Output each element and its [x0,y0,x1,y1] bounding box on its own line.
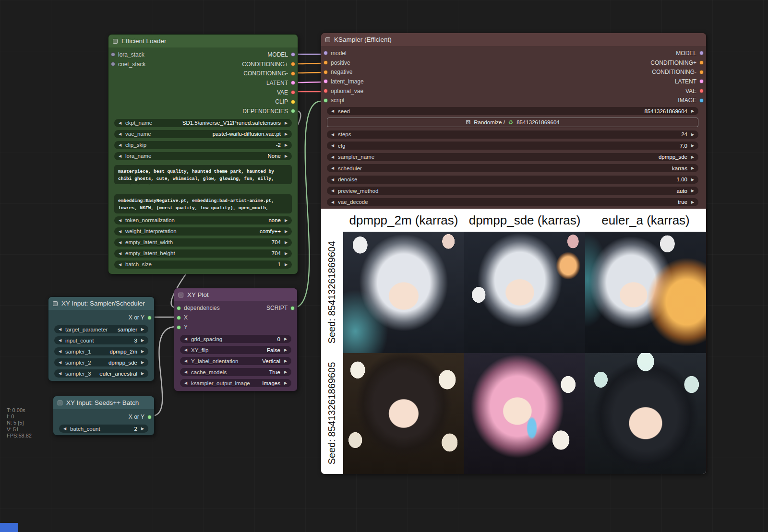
widget-clip-skip[interactable]: ◀clip_skip-2▶ [114,141,292,149]
positive-prompt-textarea[interactable]: masterpiece, best quality, haunted theme… [114,165,292,184]
widget-grid-spacing[interactable]: ◀grid_spacing0▶ [180,335,291,343]
decrement-icon[interactable]: ◀ [183,359,188,363]
node-xy-input-sampler-scheduler[interactable]: XY Input: Sampler/Scheduler X or Y ◀targ… [48,296,155,381]
increment-icon[interactable]: ▶ [140,327,145,331]
widget-empty-latent-height[interactable]: ◀empty_latent_height704▶ [114,249,292,258]
input-port-icon[interactable] [324,60,328,65]
decrement-icon[interactable]: ◀ [118,121,122,125]
increment-icon[interactable]: ▶ [690,132,695,137]
increment-icon[interactable]: ▶ [690,189,695,193]
decrement-icon[interactable]: ◀ [58,327,62,331]
increment-icon[interactable]: ▶ [690,143,695,148]
increment-icon[interactable]: ▶ [690,177,695,182]
input-port-icon[interactable] [177,325,181,330]
output-port-icon[interactable] [699,79,704,83]
decrement-icon[interactable]: ◀ [118,240,122,245]
node-ksampler-efficient[interactable]: KSampler (Efficient) model MODEL positiv… [321,33,707,474]
widget-preview-method[interactable]: ◀preview_methodauto▶ [327,187,698,195]
increment-icon[interactable]: ▶ [284,143,288,147]
decrement-icon[interactable]: ◀ [118,132,122,136]
decrement-icon[interactable]: ◀ [330,109,335,113]
output-port-icon[interactable] [291,62,295,66]
output-port-icon[interactable] [699,70,704,74]
widget-steps[interactable]: ◀steps24▶ [327,130,698,139]
decrement-icon[interactable]: ◀ [118,154,122,158]
widget-weight-interpretation[interactable]: ◀weight_interpretationcomfy++▶ [114,227,292,236]
decrement-icon[interactable]: ◀ [330,155,335,159]
input-port-icon[interactable] [324,89,328,93]
decrement-icon[interactable]: ◀ [330,189,335,193]
increment-icon[interactable]: ▶ [284,218,288,223]
output-port-icon[interactable] [147,415,152,419]
output-port-icon[interactable] [291,52,295,57]
increment-icon[interactable]: ▶ [283,370,288,374]
widget-empty-latent-width[interactable]: ◀empty_latent_width704▶ [114,238,292,247]
decrement-icon[interactable]: ◀ [62,426,67,431]
decrement-icon[interactable]: ◀ [118,229,122,234]
decrement-icon[interactable]: ◀ [118,262,122,267]
output-port-icon[interactable] [291,71,295,76]
widget-token-normalization[interactable]: ◀token_normalizationnone▶ [114,216,292,225]
increment-icon[interactable]: ▶ [283,359,288,363]
increment-icon[interactable]: ▶ [283,381,288,385]
decrement-icon[interactable]: ◀ [118,218,122,223]
decrement-icon[interactable]: ◀ [58,371,62,376]
decrement-icon[interactable]: ◀ [58,338,62,343]
input-port-icon[interactable] [177,306,181,310]
widget-input-count[interactable]: ◀input_count3▶ [54,336,148,344]
output-port-icon[interactable] [291,100,295,104]
widget-seed[interactable]: ◀seed85413261869604▶ [327,107,698,115]
increment-icon[interactable]: ▶ [690,200,695,204]
collapse-icon[interactable] [113,39,118,44]
node-header[interactable]: XY Input: Sampler/Scheduler [48,297,154,310]
input-port-icon[interactable] [324,70,328,74]
widget-vae-name[interactable]: ◀vae_namepastel-waifu-diffusion.vae.pt▶ [114,130,292,138]
widget-sampler-3[interactable]: ◀sampler_3euler_ancestral▶ [54,369,148,378]
output-port-icon[interactable] [699,60,704,65]
output-port-icon[interactable] [291,90,295,95]
increment-icon[interactable]: ▶ [690,155,695,159]
output-port-icon[interactable] [699,51,704,55]
node-efficient-loader[interactable]: Efficient Loader lora_stack MODEL cnet_s… [108,34,298,274]
node-header[interactable]: XY Input: Seeds++ Batch [53,396,154,409]
widget-xy-flip[interactable]: ◀XY_flipFalse▶ [180,346,291,354]
increment-icon[interactable]: ▶ [283,348,288,352]
increment-icon[interactable]: ▶ [690,166,695,170]
xy-plot-image-grid[interactable]: dpmpp_2m (karras) dpmpp_sde (karras) eul… [321,209,706,474]
collapse-icon[interactable] [53,301,58,306]
widget-ksampler-output-image[interactable]: ◀ksampler_output_imageImages▶ [180,379,291,387]
widget-scheduler[interactable]: ◀schedulerkarras▶ [327,164,698,172]
output-port-icon[interactable] [290,306,295,310]
decrement-icon[interactable]: ◀ [183,381,188,385]
increment-icon[interactable]: ▶ [283,337,288,341]
randomize-seed-button[interactable]: ⚄ Randomize / ♻ 85413261869604 [327,118,698,127]
input-port-icon[interactable] [111,62,115,66]
increment-icon[interactable]: ▶ [284,132,288,136]
decrement-icon[interactable]: ◀ [58,349,62,354]
increment-icon[interactable]: ▶ [284,154,288,158]
increment-icon[interactable]: ▶ [140,349,145,354]
node-xy-input-seeds-batch[interactable]: XY Input: Seeds++ Batch X or Y ◀batch_co… [53,396,155,436]
node-header[interactable]: KSampler (Efficient) [321,33,706,46]
decrement-icon[interactable]: ◀ [183,370,188,374]
decrement-icon[interactable]: ◀ [58,360,62,365]
widget-vae-decode[interactable]: ◀vae_decodetrue▶ [327,198,698,206]
increment-icon[interactable]: ▶ [284,229,288,234]
widget-y-label-orientation[interactable]: ◀Y_label_orientationVertical▶ [180,357,291,365]
negative-prompt-textarea[interactable]: embedding:EasyNegative.pt, embedding:bad… [114,194,292,213]
widget-denoise[interactable]: ◀denoise1.00▶ [327,176,698,184]
widget-sampler-name[interactable]: ◀sampler_namedpmpp_sde▶ [327,153,698,161]
decrement-icon[interactable]: ◀ [330,132,335,137]
decrement-icon[interactable]: ◀ [183,348,188,352]
collapse-icon[interactable] [179,293,183,297]
node-xy-plot[interactable]: XY Plot dependencies SCRIPT X Y ◀grid_sp… [174,288,298,391]
output-port-icon[interactable] [699,98,704,103]
increment-icon[interactable]: ▶ [140,338,145,343]
output-port-icon[interactable] [147,316,152,320]
widget-cache-models[interactable]: ◀cache_modelsTrue▶ [180,368,291,376]
output-port-icon[interactable] [291,81,295,85]
input-port-icon[interactable] [111,52,115,57]
node-header[interactable]: Efficient Loader [108,35,298,47]
widget-sampler-2[interactable]: ◀sampler_2dpmpp_sde▶ [54,358,148,366]
increment-icon[interactable]: ▶ [140,371,145,376]
